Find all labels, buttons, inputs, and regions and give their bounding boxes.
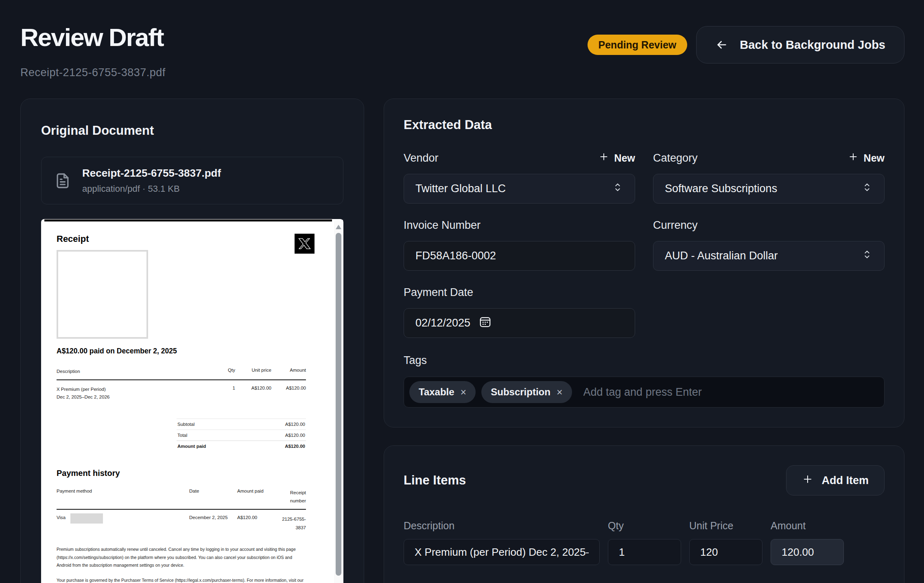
plus-icon [802,473,813,488]
chevrons-up-down-icon [861,249,873,263]
col-unit-price: Unit price [235,368,271,376]
file-document-icon [54,172,72,190]
extracted-form: Vendor New Twitter Global LLC [404,151,885,338]
add-tag-input[interactable] [583,386,879,399]
original-document-title: Original Document [41,123,343,138]
receipt-page: Receipt A$120.00 paid on December 2, 202… [41,219,343,583]
vendor-new-button[interactable]: New [599,151,635,164]
line-item-row: Description Qty Unit Price [404,520,885,565]
vendor-select[interactable]: Twitter Global LLC [404,174,635,204]
receipt-title: Receipt [57,234,306,244]
line-items-panel: Line Items Add Item Description Qty [384,445,904,583]
tags-label: Tags [404,354,427,366]
fine-print-paragraph: Your purchase is governed by the Purchas… [57,576,306,583]
remove-tag-icon[interactable]: × [557,386,563,398]
header-right: Pending Review Back to Background Jobs [588,26,904,64]
invoice-number-input-wrap [404,241,635,271]
fine-print-paragraph: Premium subscriptions automatically rene… [57,546,306,569]
payment-amount-cell: A$120.00 [237,515,273,532]
receipt-fine-print: Premium subscriptions automatically rene… [57,546,306,583]
line-items-col-unit-price: Unit Price [689,520,762,532]
col-date: Date [189,489,237,505]
chevrons-up-down-icon [861,182,873,196]
payment-date-value: 02/12/2025 [415,317,470,329]
item-amount: A$120.00 [271,386,306,401]
vendor-label: Vendor [404,152,439,164]
arrow-left-icon [715,38,728,51]
invoice-number-field: Invoice Number [404,218,635,271]
redacted-card-number [70,513,103,524]
file-meta: application/pdf · 53.1 KB [82,184,221,194]
category-field: Category New Software Subscriptions [653,151,885,204]
line-items-col-amount: Amount [771,520,844,532]
item-unit-price: A$120.00 [235,386,271,401]
content-columns: Original Document Receipt-2125-6755-3837… [20,99,904,583]
payment-method-cell: Visa [57,515,189,532]
summary-row-amount-paid: Amount paid A$120.00 [177,441,306,451]
page: Review Draft Receipt-2125-6755-3837.pdf … [0,0,924,583]
line-item-unit-price-field: Unit Price [689,520,762,565]
amount-input-wrap [771,539,844,565]
qty-input-wrap [608,539,681,565]
currency-label: Currency [653,219,698,232]
receipt-paid-line: A$120.00 paid on December 2, 2025 [57,347,306,355]
pdf-preview[interactable]: Receipt A$120.00 paid on December 2, 202… [41,219,343,583]
receipt-item-row: X Premium (per Period) Dec 2, 2025–Dec 2… [57,380,306,401]
back-button[interactable]: Back to Background Jobs [696,26,904,64]
receipt-image-placeholder [57,250,148,339]
col-amount: Amount [271,368,306,376]
payment-history-header: Payment method Date Amount paid Receipt … [57,489,306,510]
calendar-icon[interactable] [478,315,492,331]
tag-chip-subscription: Subscription × [481,381,572,403]
x-logo-icon [295,234,315,254]
payment-date-input[interactable]: 02/12/2025 [404,308,635,338]
receipt-items-header: Description Qty Unit price Amount [57,368,306,380]
tags-input-box[interactable]: Taxable × Subscription × [404,377,885,408]
add-item-button[interactable]: Add Item [786,465,885,495]
category-new-button[interactable]: New [848,151,885,164]
line-item-unit-price-input[interactable] [700,539,751,565]
col-receipt-number: Receipt number [273,489,306,505]
col-amount-paid: Amount paid [237,489,273,505]
payment-history-row: Visa December 2, 2025 A$120.00 2125-6755… [57,510,306,532]
summary-row-total: Total A$120.00 [177,430,306,441]
vendor-value: Twitter Global LLC [415,182,506,195]
invoice-number-input[interactable] [415,241,623,270]
payment-date-field: Payment Date 02/12/2025 [404,285,635,338]
payment-date-cell: December 2, 2025 [189,515,237,532]
original-document-panel: Original Document Receipt-2125-6755-3837… [20,99,364,583]
currency-select[interactable]: AUD - Australian Dollar [653,241,885,271]
file-card[interactable]: Receipt-2125-6755-3837.pdf application/p… [41,157,343,204]
item-description: X Premium (per Period) Dec 2, 2025–Dec 2… [57,386,203,401]
page-header: Review Draft Receipt-2125-6755-3837.pdf … [20,23,904,79]
remove-tag-icon[interactable]: × [461,386,467,398]
line-item-description-input[interactable] [415,539,589,565]
line-item-qty-input[interactable] [619,539,670,565]
line-items-col-description: Description [404,520,600,532]
payment-date-label: Payment Date [404,286,473,299]
chevrons-up-down-icon [612,182,623,196]
description-input-wrap [404,539,600,565]
invoice-number-label: Invoice Number [404,219,481,232]
page-subtitle: Receipt-2125-6755-3837.pdf [20,66,166,79]
line-items-title: Line Items [404,473,466,488]
category-value: Software Subscriptions [665,182,777,195]
line-item-amount-input[interactable] [782,539,833,565]
back-button-label: Back to Background Jobs [740,38,885,52]
item-qty: 1 [203,386,235,401]
col-qty: Qty [203,368,235,376]
extracted-data-panel: Extracted Data Vendor New Twitter Global… [384,99,904,427]
payment-history-title: Payment history [57,469,306,478]
tag-chip-taxable: Taxable × [409,381,476,403]
category-select[interactable]: Software Subscriptions [653,174,885,204]
page-title: Review Draft [20,23,166,52]
header-left: Review Draft Receipt-2125-6755-3837.pdf [20,23,166,79]
currency-value: AUD - Australian Dollar [665,250,778,262]
category-label: Category [653,152,698,164]
tags-field: Tags Taxable × Subscription × [404,354,885,408]
col-payment-method: Payment method [57,489,189,505]
plus-icon [848,151,858,164]
line-item-qty-field: Qty [608,520,681,565]
file-info: Receipt-2125-6755-3837.pdf application/p… [82,167,221,194]
file-name: Receipt-2125-6755-3837.pdf [82,167,221,180]
